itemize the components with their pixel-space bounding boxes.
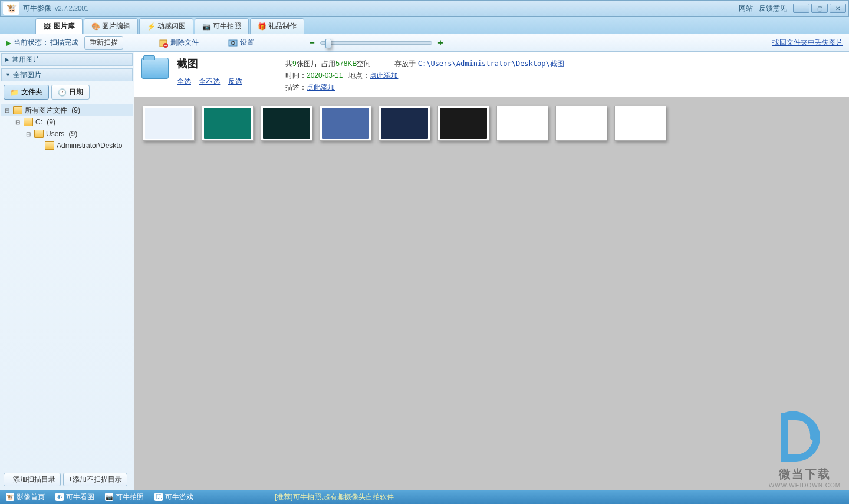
folder-icon: 📁 xyxy=(10,88,19,97)
settings-button[interactable]: 设置 xyxy=(228,38,254,48)
library-icon: 🖼 xyxy=(43,22,51,31)
close-button[interactable]: ✕ xyxy=(830,4,846,13)
titlebar: 🐮 可牛影像 v2.7.2.2001 网站 反馈意见 — ▢ ✕ xyxy=(0,0,849,17)
zoom-track[interactable] xyxy=(320,41,432,45)
thumbnail[interactable] xyxy=(614,106,666,141)
camera-icon: 📷 xyxy=(105,493,113,501)
folder-size: 578KB xyxy=(335,60,357,68)
thumbnail[interactable] xyxy=(555,106,607,141)
tab-gift[interactable]: 🎁礼品制作 xyxy=(250,18,304,34)
status-game[interactable]: 玩可牛游戏 xyxy=(154,492,193,502)
clock-icon: 🕐 xyxy=(58,88,67,97)
thumbnail-grid xyxy=(134,97,849,149)
thumbnail[interactable] xyxy=(320,106,371,141)
minimize-button[interactable]: — xyxy=(793,4,809,13)
thumbnail[interactable] xyxy=(379,106,430,141)
link-website[interactable]: 网站 xyxy=(739,4,753,14)
status-value: 扫描完成 xyxy=(50,38,78,48)
thumbnail[interactable] xyxy=(496,106,548,141)
folder-icon xyxy=(45,141,54,150)
rescan-button[interactable]: 重新扫描 xyxy=(84,36,123,50)
tab-camera[interactable]: 📷可牛拍照 xyxy=(195,18,249,34)
delete-icon xyxy=(159,38,168,48)
delete-file-button[interactable]: 删除文件 xyxy=(159,38,199,48)
tree-users[interactable]: ⊟Users (9) xyxy=(1,128,133,140)
folder-large-icon xyxy=(142,58,169,79)
toolbar: ▶ 当前状态： 扫描完成 重新扫描 删除文件 设置 − + 找回文件夹中丢失图片 xyxy=(0,34,849,52)
status-home[interactable]: 🐮影像首页 xyxy=(6,492,45,502)
tree-admin-desktop[interactable]: Administrator\Deskto xyxy=(1,140,133,151)
thumbnail[interactable] xyxy=(202,106,254,141)
find-lost-link[interactable]: 找回文件夹中丢失图片 xyxy=(772,38,843,48)
status-promo: [推荐]可牛拍照,超有趣摄像头自拍软件 xyxy=(275,492,394,502)
thumbnail[interactable] xyxy=(261,106,312,141)
watermark: 微当下载 WWW.WEIDOWN.COM xyxy=(769,411,841,489)
tab-edit[interactable]: 🎨图片编辑 xyxy=(84,18,138,34)
status-label: 当前状态： xyxy=(14,38,49,48)
panel-common-images[interactable]: ▶常用图片 xyxy=(1,53,133,66)
panel-all-images[interactable]: ▼全部图片 xyxy=(1,68,133,81)
add-place-link[interactable]: 点此添加 xyxy=(370,71,398,80)
add-scan-dir-button[interactable]: +添加扫描目录 xyxy=(4,473,61,486)
folder-date: 2020-03-11 xyxy=(307,71,343,80)
thumbnail[interactable] xyxy=(437,106,489,141)
app-title: 可牛影像 xyxy=(23,4,51,14)
eye-icon: 👁 xyxy=(55,493,64,501)
maximize-button[interactable]: ▢ xyxy=(811,4,828,13)
zoom-out-icon[interactable]: − xyxy=(307,38,317,48)
tab-library[interactable]: 🖼图片库 xyxy=(35,18,83,34)
image-count: 9 xyxy=(292,60,297,68)
status-camera[interactable]: 📷可牛拍照 xyxy=(105,492,144,502)
group-tab-folder[interactable]: 📁文件夹 xyxy=(4,85,49,100)
flash-icon: ⚡ xyxy=(147,22,155,31)
select-none-link[interactable]: 全不选 xyxy=(199,77,220,85)
tab-flash[interactable]: ⚡动感闪图 xyxy=(139,18,193,34)
gear-icon xyxy=(228,38,238,48)
add-desc-link[interactable]: 点此添加 xyxy=(307,83,335,91)
watermark-name: 微当下载 xyxy=(769,466,841,482)
edit-icon: 🎨 xyxy=(91,22,100,31)
thumbnail[interactable] xyxy=(143,106,195,141)
select-invert-link[interactable]: 反选 xyxy=(228,77,242,85)
watermark-url: WWW.WEIDOWN.COM xyxy=(769,482,841,489)
zoom-thumb[interactable] xyxy=(325,39,331,48)
folder-title: 截图 xyxy=(177,57,277,71)
status-viewer[interactable]: 👁可牛看图 xyxy=(55,492,94,502)
app-version: v2.7.2.2001 xyxy=(55,5,89,12)
camera-icon: 📷 xyxy=(202,22,210,31)
sidebar: ▶常用图片 ▼全部图片 📁文件夹 🕐日期 ⊟所有图片文件 (9) ⊟C: (9)… xyxy=(0,52,134,490)
folder-tree: ⊟所有图片文件 (9) ⊟C: (9) ⊟Users (9) Administr… xyxy=(0,102,134,469)
select-all-link[interactable]: 全选 xyxy=(177,77,191,85)
game-icon: 玩 xyxy=(154,493,163,501)
watermark-logo-icon xyxy=(775,411,834,464)
zoom-in-icon[interactable]: + xyxy=(436,38,445,48)
main-tabs: 🖼图片库 🎨图片编辑 ⚡动感闪图 📷可牛拍照 🎁礼品制作 xyxy=(0,17,849,34)
content-area: 截图 全选 全不选 反选 共9张图片 占用578KB空间 存放于 C:\User… xyxy=(134,52,849,490)
statusbar: 🐮影像首页 👁可牛看图 📷可牛拍照 玩可牛游戏 [推荐]可牛拍照,超有趣摄像头自… xyxy=(0,490,849,504)
tree-root[interactable]: ⊟所有图片文件 (9) xyxy=(1,104,133,116)
zoom-slider[interactable]: − + xyxy=(307,38,445,48)
folder-icon xyxy=(34,130,44,138)
expand-icon: ▶ xyxy=(5,57,9,62)
cow-icon: 🐮 xyxy=(6,493,14,501)
play-icon: ▶ xyxy=(6,39,11,47)
folder-path-link[interactable]: C:\Users\Administrator\Desktop\截图 xyxy=(418,60,564,68)
add-noscan-dir-button[interactable]: +添加不扫描目录 xyxy=(63,473,127,486)
gift-icon: 🎁 xyxy=(258,22,266,31)
link-feedback[interactable]: 反馈意见 xyxy=(759,4,787,14)
folder-info-bar: 截图 全选 全不选 反选 共9张图片 占用578KB空间 存放于 C:\User… xyxy=(134,52,849,97)
folder-icon xyxy=(13,106,22,114)
group-tab-date[interactable]: 🕐日期 xyxy=(51,85,90,100)
tree-c-drive[interactable]: ⊟C: (9) xyxy=(1,116,133,128)
app-logo-icon: 🐮 xyxy=(3,2,19,15)
folder-icon xyxy=(24,118,33,126)
collapse-icon: ▼ xyxy=(5,72,11,78)
